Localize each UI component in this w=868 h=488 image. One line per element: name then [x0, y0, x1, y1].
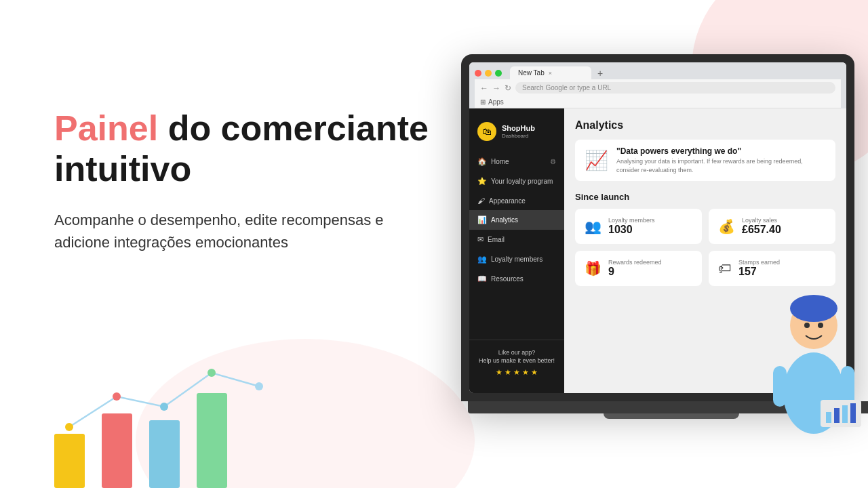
stat-card-rewards-redeemed: 🎁 Rewards redeemed 9 [575, 251, 702, 286]
sidebar-item-resources[interactable]: 📖 Resources [469, 269, 564, 289]
browser-address-bar: ← → ↻ Search Google or type a URL [475, 79, 841, 96]
since-launch-label: Since launch [575, 192, 835, 202]
browser-chrome: New Tab × + ← → ↻ Search Google or type … [469, 62, 846, 108]
person-illustration [753, 258, 868, 447]
svg-rect-12 [773, 366, 787, 407]
sidebar-item-appearance[interactable]: 🖌 Appearance [469, 191, 564, 210]
apps-grid-icon: ⊞ [480, 98, 486, 106]
main-headline: Painel do comerciante intuitivo [54, 108, 434, 190]
apps-label: Apps [488, 98, 504, 106]
back-button[interactable]: ← [480, 83, 488, 93]
svg-point-11 [790, 295, 837, 322]
apps-bar: ⊞ Apps [475, 96, 841, 108]
email-icon: ✉ [477, 235, 484, 244]
sidebar-members-label: Loyalty members [491, 256, 542, 263]
banner-text-block: "Data powers everything we do" Analysing… [616, 146, 826, 174]
sidebar-cta-line2: Help us make it even better! [477, 357, 556, 365]
appearance-icon: 🖌 [477, 197, 485, 205]
svg-point-20 [818, 323, 823, 328]
chart-illustration [41, 352, 298, 488]
banner-desc: Analysing your data is important. If few… [616, 157, 826, 174]
tab-label: New Tab [518, 69, 545, 77]
svg-point-8 [255, 382, 263, 390]
sidebar-cta-line1: Like our app? [477, 348, 556, 357]
analytics-section-title: Analytics [575, 119, 835, 131]
stat-card-loyalty-members: 👥 Loyalty members 1030 [575, 209, 702, 244]
loyalty-sales-value: £657.40 [742, 224, 781, 236]
svg-rect-0 [54, 434, 85, 488]
svg-rect-15 [826, 412, 831, 423]
forward-button[interactable]: → [492, 83, 500, 93]
svg-point-6 [160, 403, 168, 411]
refresh-button[interactable]: ↻ [505, 83, 511, 93]
minimize-dot[interactable] [485, 70, 492, 77]
banner-chart-icon: 📈 [585, 149, 608, 171]
stat-card-loyalty-sales: 💰 Loyalty sales £657.40 [709, 209, 835, 244]
headline-highlight: Painel [54, 108, 158, 148]
loyalty-icon: ⭐ [477, 177, 487, 186]
svg-point-19 [804, 323, 810, 328]
svg-rect-1 [102, 413, 132, 488]
loyalty-sales-icon: 💰 [718, 218, 735, 235]
app-sidebar: 🛍 ShopHub Dashboard 🏠 Home ⚙ [469, 108, 564, 393]
logo-icon: 🛍 [477, 122, 496, 141]
window-controls [475, 70, 502, 77]
home-icon: 🏠 [477, 157, 487, 166]
sidebar-item-members[interactable]: 👥 Loyalty members [469, 249, 564, 269]
rewards-redeemed-label: Rewards redeemed [608, 259, 662, 266]
svg-point-7 [208, 369, 216, 377]
rewards-redeemed-icon: 🎁 [585, 260, 601, 277]
sidebar-home-label: Home [491, 158, 509, 165]
sidebar-item-email[interactable]: ✉ Email [469, 230, 564, 249]
logo-text-block: ShopHub Dashboard [502, 124, 535, 139]
tab-close-button[interactable]: × [549, 70, 552, 77]
analytics-icon: 📊 [477, 216, 487, 224]
analytics-banner: 📈 "Data powers everything we do" Analysi… [575, 140, 835, 181]
new-tab-button[interactable]: + [594, 67, 606, 79]
svg-rect-18 [850, 403, 856, 423]
subtext: Acompanhe o desempenho, edite recompensa… [54, 209, 420, 253]
sidebar-analytics-label: Analytics [491, 216, 518, 224]
close-dot[interactable] [475, 70, 481, 77]
sidebar-bottom: Like our app? Help us make it even bette… [469, 340, 564, 385]
loyalty-members-label: Loyalty members [608, 217, 655, 224]
sidebar-resources-label: Resources [491, 275, 524, 283]
svg-rect-3 [197, 393, 227, 488]
sidebar-item-home[interactable]: 🏠 Home ⚙ [469, 152, 564, 171]
star-rating[interactable]: ★ ★ ★ ★ ★ [477, 368, 556, 377]
svg-rect-17 [842, 405, 848, 423]
address-bar-input[interactable]: Search Google or type a URL [515, 82, 835, 94]
sidebar-email-label: Email [488, 236, 505, 243]
sidebar-item-analytics[interactable]: 📊 Analytics [469, 210, 564, 230]
svg-rect-16 [834, 408, 840, 423]
resources-icon: 📖 [477, 274, 487, 283]
banner-quote: "Data powers everything we do" [616, 146, 826, 156]
headline-block: Painel do comerciante intuitivo Acompanh… [54, 108, 434, 253]
sidebar-item-loyalty[interactable]: ⭐ Your loyalty program [469, 171, 564, 191]
gear-icon[interactable]: ⚙ [550, 158, 556, 165]
members-icon: 👥 [477, 255, 487, 264]
loyalty-sales-label: Loyalty sales [742, 217, 781, 224]
svg-rect-2 [149, 420, 180, 488]
maximize-dot[interactable] [495, 70, 502, 77]
logo-sub: Dashboard [502, 133, 535, 139]
logo-name: ShopHub [502, 124, 535, 133]
loyalty-members-icon: 👥 [585, 218, 601, 235]
rewards-redeemed-value: 9 [608, 266, 662, 278]
svg-point-4 [65, 423, 73, 431]
sidebar-appearance-label: Appearance [489, 197, 526, 205]
logo-area: 🛍 ShopHub Dashboard [469, 117, 564, 152]
laptop-stand [604, 413, 739, 419]
svg-point-5 [113, 392, 121, 401]
sidebar-loyalty-label: Your loyalty program [491, 178, 553, 185]
stamps-earned-icon: 🏷 [718, 261, 732, 277]
browser-tabs-row: New Tab × + [475, 66, 841, 79]
browser-tab-active[interactable]: New Tab × [510, 66, 591, 79]
loyalty-members-value: 1030 [608, 224, 655, 236]
